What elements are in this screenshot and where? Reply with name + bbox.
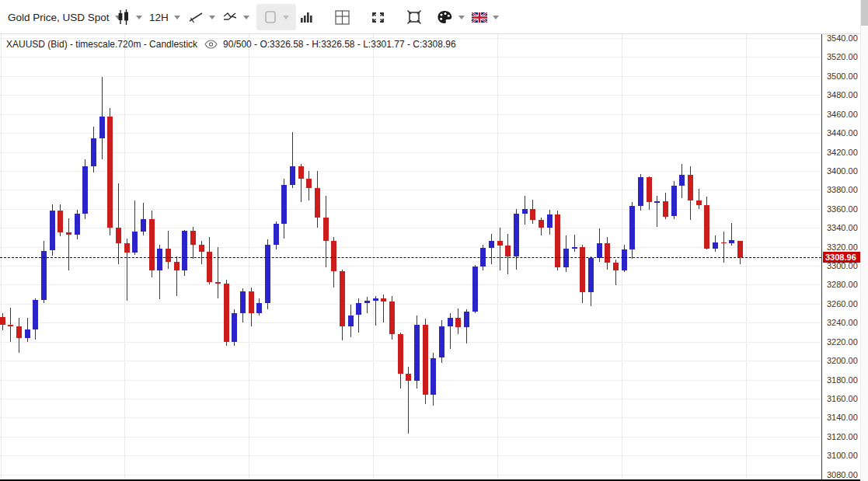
price-axis-label: 3240.00 xyxy=(827,317,858,328)
volume-bars-icon xyxy=(300,10,314,24)
candle-body xyxy=(448,318,453,326)
candle-body xyxy=(364,301,370,302)
price-axis-label: 3180.00 xyxy=(827,375,858,385)
candle-body xyxy=(597,243,602,259)
price-axis-label: 3420.00 xyxy=(827,147,858,158)
horizontal-gridline xyxy=(0,455,821,456)
candle-wick xyxy=(367,297,368,313)
chevron-down-icon xyxy=(174,16,180,19)
candle-body xyxy=(398,334,403,374)
candle-body xyxy=(613,263,619,270)
candle-body xyxy=(174,262,180,270)
candle-wick xyxy=(574,235,575,252)
candle-body xyxy=(530,209,535,221)
candle-body xyxy=(688,175,693,200)
indicators-tool-button[interactable] xyxy=(222,3,249,31)
candle-body xyxy=(141,219,146,232)
horizontal-gridline xyxy=(0,152,821,153)
eye-visibility-icon[interactable] xyxy=(204,40,218,49)
candle-body xyxy=(704,205,709,249)
horizontal-gridline xyxy=(0,361,821,361)
grid-layout-button[interactable] xyxy=(334,3,350,31)
candlestick-plot-area[interactable]: XAUUSD (Bid) - timescale.720m - Candlest… xyxy=(0,34,821,481)
candle-body xyxy=(729,240,734,243)
horizontal-gridline xyxy=(0,437,821,437)
candle-body xyxy=(91,138,96,166)
trend-line-tool-button[interactable] xyxy=(188,3,215,31)
candle-body xyxy=(472,267,478,311)
chevron-down-icon xyxy=(283,16,289,19)
current-price-line xyxy=(0,257,821,258)
theme-palette-button[interactable] xyxy=(437,3,465,31)
candle-body xyxy=(356,303,361,315)
price-axis-label: 3440.00 xyxy=(827,127,858,138)
candle-body xyxy=(232,313,237,342)
candle-body xyxy=(431,358,436,396)
candle-body xyxy=(563,249,569,267)
candle-body xyxy=(166,249,171,262)
price-axis-label: 3220.00 xyxy=(827,336,858,347)
language-selector[interactable] xyxy=(472,3,499,31)
candle-body xyxy=(514,214,519,256)
chevron-down-icon xyxy=(209,16,215,19)
candle-body xyxy=(348,315,354,327)
horizontal-gridline xyxy=(0,57,821,58)
candle-body xyxy=(107,117,113,228)
price-axis-label: 3340.00 xyxy=(827,222,858,233)
candle-wick xyxy=(491,234,492,264)
price-axis-label: 3280.00 xyxy=(827,279,858,290)
price-axis-label: 3360.00 xyxy=(827,204,858,214)
candle-body xyxy=(25,329,30,338)
horizontal-gridline xyxy=(0,475,821,476)
chart-style-selector[interactable] xyxy=(117,3,142,31)
chart-legend: XAUUSD (Bid) - timescale.720m - Candlest… xyxy=(6,39,456,50)
horizontal-gridline xyxy=(0,399,821,399)
candle-body xyxy=(256,303,262,313)
price-axis-label: 3400.00 xyxy=(827,166,858,176)
candle-body xyxy=(622,249,627,270)
candle-body xyxy=(116,228,121,243)
horizontal-gridline xyxy=(0,171,821,172)
candle-body xyxy=(8,325,13,326)
chevron-down-icon xyxy=(493,16,499,19)
candle-wick xyxy=(68,218,69,270)
candle-body xyxy=(638,177,643,206)
candle-body xyxy=(547,214,553,228)
indicators-zigzag-icon xyxy=(222,10,238,24)
timeframe-label: 12H xyxy=(149,12,169,23)
candle-body xyxy=(16,326,22,338)
expand-fullscreen-button[interactable] xyxy=(371,3,385,31)
timeframe-selector[interactable]: 12H xyxy=(149,3,180,31)
symbol-selector-label: Gold Price, USD Spot xyxy=(8,12,110,23)
candle-body xyxy=(0,317,5,325)
candle-body xyxy=(654,201,660,203)
candle-body xyxy=(224,284,229,342)
chevron-down-icon xyxy=(136,16,142,19)
candle-body xyxy=(555,214,560,267)
candle-body xyxy=(274,224,279,245)
candle-body xyxy=(99,117,105,138)
price-axis-label: 3120.00 xyxy=(827,431,858,442)
trend-line-icon xyxy=(188,10,204,24)
frame-snapshot-button[interactable] xyxy=(406,3,422,31)
price-axis-label: 3200.00 xyxy=(827,355,858,366)
current-price-tag: 3308.96 xyxy=(823,252,862,263)
price-axis-label: 3140.00 xyxy=(827,412,858,423)
vertical-scrollbar[interactable] xyxy=(860,0,868,481)
bucket-tool-button-disabled[interactable] xyxy=(256,4,296,30)
uk-flag-icon xyxy=(472,12,487,23)
candle-body xyxy=(157,249,162,270)
price-axis-label: 3520.00 xyxy=(827,51,858,62)
candle-wick xyxy=(723,232,724,263)
chevron-down-icon xyxy=(458,16,465,19)
volume-toggle-button[interactable] xyxy=(300,3,314,31)
scrollbar-thumb[interactable] xyxy=(861,0,868,26)
candle-body xyxy=(663,201,668,217)
candle-wick xyxy=(657,196,657,227)
candle-body xyxy=(331,241,336,271)
candle-body xyxy=(737,241,743,258)
candlestick-style-icon xyxy=(117,9,131,26)
candle-body xyxy=(75,214,80,235)
symbol-selector[interactable]: Gold Price, USD Spot xyxy=(8,3,121,31)
price-axis[interactable]: 3308.96 3540.003520.003500.003480.003460… xyxy=(821,34,862,481)
